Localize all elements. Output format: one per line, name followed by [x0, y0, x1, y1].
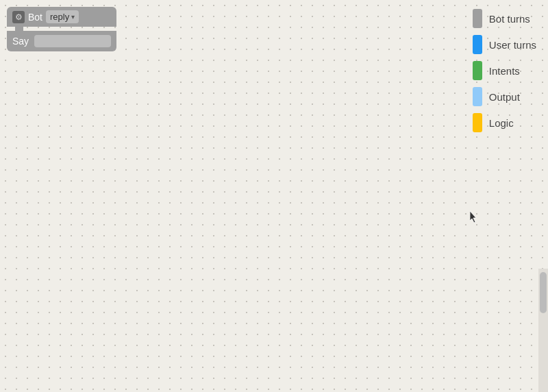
dropdown-value: reply [50, 12, 69, 22]
scrollbar-thumb[interactable] [540, 272, 547, 313]
legend-item-bot-turns: Bot turns [473, 9, 536, 28]
reply-dropdown[interactable]: reply ▾ [46, 10, 79, 23]
bot-turns-label: Bot turns [489, 13, 530, 25]
bot-turns-color [473, 9, 482, 28]
say-block: Say [7, 31, 116, 51]
legend-item-logic: Logic [473, 113, 536, 132]
output-color [473, 87, 482, 106]
legend-item-output: Output [473, 87, 536, 106]
bot-block: ⚙ Bot reply ▾ [7, 7, 116, 27]
intents-label: Intents [489, 65, 520, 77]
logic-color [473, 113, 482, 132]
output-label: Output [489, 91, 520, 103]
bot-label: Bot [28, 12, 42, 23]
user-turns-color [473, 35, 482, 54]
legend: Bot turns User turns Intents Output Logi… [464, 3, 545, 138]
gear-icon[interactable]: ⚙ [12, 11, 25, 23]
say-input[interactable] [34, 35, 111, 47]
block-group: ⚙ Bot reply ▾ Say [7, 7, 116, 51]
scrollbar[interactable] [538, 269, 548, 392]
intents-color [473, 61, 482, 80]
chevron-down-icon: ▾ [71, 13, 75, 21]
say-label: Say [12, 36, 29, 47]
legend-item-intents: Intents [473, 61, 536, 80]
logic-label: Logic [489, 117, 514, 129]
legend-item-user-turns: User turns [473, 35, 536, 54]
user-turns-label: User turns [489, 39, 536, 51]
